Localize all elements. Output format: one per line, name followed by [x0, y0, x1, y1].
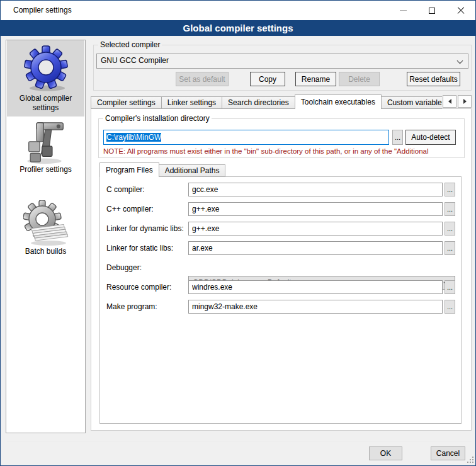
compiler-select[interactable]: GNU GCC Compiler — [96, 54, 468, 69]
linker-static-label: Linker for static libs: — [106, 241, 187, 255]
title-bar: Compiler settings — [1, 1, 475, 20]
page-title: Global compiler settings — [1, 20, 475, 36]
resource-compiler-label: Resource compiler: — [106, 280, 187, 294]
c-compiler-browse-button[interactable]: ... — [445, 183, 455, 196]
sidebar-item-label: Batch builds — [7, 247, 84, 256]
footer-divider — [7, 441, 472, 442]
linker-static-input[interactable] — [188, 241, 443, 255]
sidebar-item-profiler-settings[interactable]: Profiler settings — [7, 120, 84, 185]
rename-button[interactable]: Rename — [295, 72, 336, 86]
maximize-button[interactable] — [417, 1, 446, 20]
delete-button[interactable]: Delete — [339, 72, 380, 86]
tab-search-directories[interactable]: Search directories — [222, 96, 295, 109]
c-compiler-label: C compiler: — [106, 183, 187, 196]
c-compiler-input[interactable] — [188, 183, 443, 196]
install-dir-browse-button[interactable]: ... — [392, 130, 403, 145]
cpp-compiler-browse-button[interactable]: ... — [445, 202, 455, 216]
linker-dynamic-browse-button[interactable]: ... — [445, 222, 455, 236]
close-button[interactable] — [446, 1, 475, 20]
resource-compiler-browse-button[interactable]: ... — [445, 280, 455, 294]
tab-linker-settings[interactable]: Linker settings — [161, 96, 222, 109]
settings-category-list: Global compiler settings Profiler settin… — [6, 40, 86, 433]
tab-scroll-left-button[interactable] — [443, 95, 456, 108]
close-icon — [457, 7, 465, 14]
make-program-label: Make program: — [106, 300, 187, 314]
copy-button[interactable]: Copy — [250, 72, 285, 86]
sidebar-item-label: Global compiler settings — [7, 94, 84, 113]
blue-gear-icon — [22, 43, 70, 94]
linker-dynamic-input[interactable] — [188, 222, 443, 236]
selected-compiler-group-label: Selected compiler — [98, 40, 162, 49]
sidebar-item-label: Profiler settings — [7, 165, 84, 174]
tab-compiler-settings[interactable]: Compiler settings — [91, 96, 162, 109]
cpp-compiler-label: C++ compiler: — [106, 202, 187, 216]
subtab-additional-paths[interactable]: Additional Paths — [159, 164, 226, 177]
minimize-icon — [400, 10, 407, 11]
gray-gear-paper-stack-icon — [23, 200, 69, 247]
tab-toolchain-executables[interactable]: Toolchain executables — [295, 94, 382, 109]
caliper-tool-icon — [24, 120, 68, 165]
linker-dynamic-label: Linker for dynamic libs: — [106, 222, 187, 236]
chevron-down-icon — [457, 58, 463, 64]
ok-button[interactable]: OK — [369, 446, 402, 460]
arrow-right-icon — [463, 99, 467, 104]
tab-custom-variables[interactable]: Custom variables — [381, 96, 442, 109]
subtab-program-files[interactable]: Program Files — [99, 162, 159, 177]
linker-static-browse-button[interactable]: ... — [445, 241, 455, 255]
sidebar-item-batch-builds[interactable]: Batch builds — [7, 200, 84, 263]
install-dir-selected-text: C:\raylib\MinGW — [106, 133, 161, 142]
installation-directory-group-label: Compiler's installation directory — [103, 114, 212, 123]
tab-scroll-right-button[interactable] — [458, 95, 472, 108]
debugger-label: Debugger: — [106, 261, 187, 275]
compiler-select-value: GNU GCC Compiler — [101, 56, 169, 65]
make-program-browse-button[interactable]: ... — [445, 300, 455, 314]
set-as-default-button[interactable]: Set as default — [176, 72, 229, 86]
install-dir-input[interactable]: C:\raylib\MinGW — [103, 130, 389, 145]
reset-defaults-button[interactable]: Reset defaults — [407, 72, 460, 86]
window-title: Compiler settings — [13, 1, 72, 20]
cpp-compiler-input[interactable] — [188, 202, 443, 216]
maximize-icon — [429, 8, 435, 14]
bin-subdirectory-note: NOTE: All programs must exist either in … — [103, 146, 463, 156]
arrow-left-icon — [448, 99, 451, 104]
resize-grip-icon[interactable] — [466, 455, 473, 463]
make-program-input[interactable] — [188, 300, 443, 314]
program-files-tabs: Program Files Additional Paths — [99, 162, 351, 177]
resource-compiler-input[interactable] — [188, 280, 443, 294]
autodetect-button[interactable]: Auto-detect — [405, 130, 456, 145]
compiler-tabs: Compiler settings Linker settings Search… — [91, 94, 442, 109]
minimize-button[interactable] — [388, 1, 417, 20]
sidebar-item-global-compiler-settings[interactable]: Global compiler settings — [7, 40, 84, 116]
cancel-button[interactable]: Cancel — [431, 446, 465, 460]
